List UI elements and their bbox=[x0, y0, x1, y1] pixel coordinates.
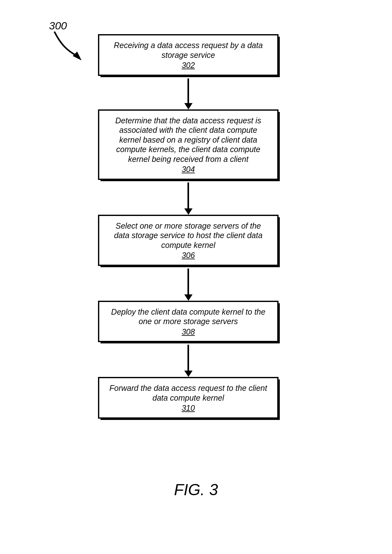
flowchart: Receiving a data access request by a dat… bbox=[98, 34, 279, 419]
flow-step-302: Receiving a data access request by a dat… bbox=[98, 34, 279, 76]
svg-marker-0 bbox=[73, 52, 82, 60]
flow-step-308: Deploy the client data compute kernel to… bbox=[98, 301, 279, 342]
flow-arrow bbox=[184, 78, 193, 109]
flow-arrow bbox=[184, 345, 193, 377]
step-number: 302 bbox=[182, 60, 195, 70]
flow-step-306: Select one or more storage servers of th… bbox=[98, 215, 279, 266]
arrow-shaft bbox=[187, 78, 189, 103]
step-text: Forward the data access request to the c… bbox=[109, 384, 267, 402]
flow-step-310: Forward the data access request to the c… bbox=[98, 377, 279, 419]
step-number: 306 bbox=[182, 250, 195, 260]
step-text: Deploy the client data compute kernel to… bbox=[111, 307, 266, 326]
arrow-shaft bbox=[187, 182, 189, 208]
reference-number-label: 300 bbox=[49, 20, 67, 32]
figure-caption: FIG. 3 bbox=[0, 481, 392, 499]
arrow-shaft bbox=[187, 268, 189, 294]
step-number: 308 bbox=[182, 327, 195, 337]
flow-arrow bbox=[184, 182, 193, 215]
flow-arrow bbox=[184, 268, 193, 301]
step-text: Select one or more storage servers of th… bbox=[114, 221, 263, 249]
flow-step-304: Determine that the data access request i… bbox=[98, 109, 279, 180]
arrow-head-icon bbox=[184, 371, 193, 377]
step-text: Receiving a data access request by a dat… bbox=[114, 41, 263, 59]
step-number: 304 bbox=[182, 164, 195, 174]
arrow-shaft bbox=[187, 345, 189, 371]
arrow-head-icon bbox=[184, 208, 193, 215]
arrow-head-icon bbox=[184, 103, 193, 109]
step-number: 310 bbox=[182, 403, 195, 413]
curved-arrow-icon bbox=[51, 30, 86, 62]
step-text: Determine that the data access request i… bbox=[115, 116, 261, 163]
arrow-head-icon bbox=[184, 294, 193, 301]
